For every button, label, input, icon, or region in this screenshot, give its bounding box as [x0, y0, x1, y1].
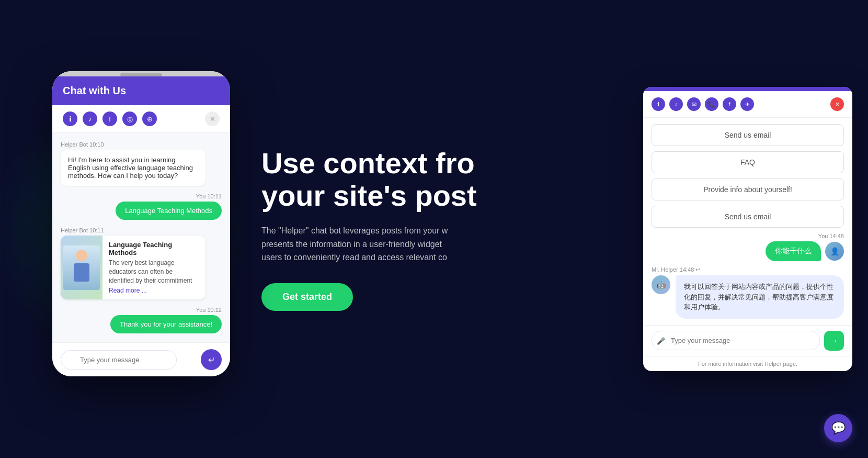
chat-input[interactable]: [61, 350, 177, 370]
widget-user-bubble: 你能干什么: [766, 241, 821, 261]
menu-btn-1[interactable]: Send us email: [652, 124, 844, 146]
widget-input[interactable]: [652, 331, 820, 350]
widget-top-bar: [643, 87, 852, 91]
widget-send-button[interactable]: →: [824, 331, 844, 351]
user-msg-1-bubble: Language Teaching Methods: [116, 202, 222, 220]
widget-bot-bubble: 我可以回答关于网站内容或产品的问题，提供个性化的回复，并解决常见问题，帮助提高客…: [676, 275, 844, 319]
main-layout: Chat with Us ℹ ♪ f ◎ ⊕ ✕ Helper Bot 10:1…: [0, 0, 868, 458]
chat-header: Chat with Us: [52, 76, 230, 105]
card-read-more[interactable]: Read more ...: [109, 287, 199, 294]
card-title: Language Teaching Methods: [109, 241, 199, 256]
menu-btn-3[interactable]: Provide info about yourself!: [652, 178, 844, 200]
phone-notch: [120, 73, 162, 76]
widget-email-icon[interactable]: ✉: [687, 97, 701, 111]
widget-telegram-icon[interactable]: ✈: [740, 97, 754, 111]
widget-mic-icon: 🎤: [657, 337, 665, 344]
main-description: The "Helper" chat bot leverages posts fr…: [261, 224, 460, 264]
bot-card-timestamp: Helper Bot 10:11: [61, 227, 222, 233]
widget-info-icon[interactable]: ℹ: [652, 97, 665, 111]
bot-msg-1-bubble: Hi! I'm here to assist you in learning E…: [61, 150, 205, 186]
phone-top-bar: [52, 71, 230, 76]
send-button[interactable]: ↵: [201, 349, 222, 370]
card-content: Language Teaching Methods The very best …: [102, 236, 205, 299]
bot-card-message: Helper Bot 10:11 Language Teaching Metho…: [61, 227, 222, 299]
widget-input-wrapper: 🎤: [652, 331, 820, 350]
menu-btn-4[interactable]: Send us email: [652, 206, 844, 228]
main-headline: Use context froyour site's post: [261, 147, 612, 211]
card-desc: The very best language educators can oft…: [109, 259, 199, 285]
input-wrapper: 🎤: [61, 350, 197, 370]
widget-user-timestamp: You 14:48: [818, 233, 844, 239]
chat-header-title: Chat with Us: [63, 85, 126, 97]
chat-body: Helper Bot 10:10 Hi! I'm here to assist …: [52, 133, 230, 342]
widget-close-icon[interactable]: ✕: [830, 97, 844, 111]
widget-facebook-icon[interactable]: f: [723, 97, 736, 111]
widget-input-row: 🎤 →: [643, 325, 852, 356]
widget-user-text: 你能干什么: [775, 247, 812, 256]
right-chat-widget: ℹ ♪ ✉ 📞 f ✈ ✕ Send us email FAQ Provide …: [643, 87, 852, 371]
widget-music-icon[interactable]: ♪: [669, 97, 683, 111]
bot-msg-1-timestamp: Helper Bot 10:10: [61, 141, 222, 148]
chat-input-row: 🎤 ↵: [52, 342, 230, 376]
headline-line1: Use context froyour site's post: [261, 147, 477, 212]
widget-user-avatar: 👤: [825, 242, 844, 261]
user-msg-2-bubble: Thank you for your assistance!: [110, 315, 222, 333]
card-image: [61, 236, 102, 299]
widget-bot-section: Mr. Helper 14:48 ↩ 🤖 我可以回答关于网站内容或产品的问题，提…: [652, 266, 844, 319]
get-started-button[interactable]: Get started: [261, 283, 353, 311]
info-icon[interactable]: ℹ: [63, 111, 77, 126]
widget-body: Send us email FAQ Provide info about you…: [643, 118, 852, 325]
card-person-image: [63, 245, 100, 290]
user-message-1: You 10:11 Language Teaching Methods: [61, 193, 222, 220]
widget-bot-avatar: 🤖: [652, 275, 670, 294]
facebook-icon[interactable]: f: [102, 111, 117, 126]
widget-bot-row: 🤖 我可以回答关于网站内容或产品的问题，提供个性化的回复，并解决常见问题，帮助提…: [652, 275, 844, 319]
music-icon[interactable]: ♪: [83, 111, 97, 126]
user-msg-1-timestamp: You 10:11: [196, 193, 222, 199]
card-message: Language Teaching Methods The very best …: [61, 236, 205, 299]
user-msg-2-timestamp: You 10:12: [196, 307, 222, 313]
user-message-2: You 10:12 Thank you for your assistance!: [61, 307, 222, 333]
close-icon[interactable]: ✕: [205, 111, 220, 126]
menu-btn-2[interactable]: FAQ: [652, 151, 844, 173]
record-icon[interactable]: ◎: [122, 111, 137, 126]
center-content: Use context froyour site's post The "Hel…: [230, 126, 643, 332]
add-icon[interactable]: ⊕: [142, 111, 157, 126]
widget-phone-icon[interactable]: 📞: [705, 97, 718, 111]
widget-icons-row: ℹ ♪ ✉ 📞 f ✈ ✕: [643, 91, 852, 118]
widget-bot-timestamp: Mr. Helper 14:48 ↩: [652, 266, 844, 273]
widget-footer: For more information visit Helper page.: [643, 356, 852, 371]
bot-message-1: Helper Bot 10:10 Hi! I'm here to assist …: [61, 141, 222, 186]
left-phone-mockup: Chat with Us ℹ ♪ f ◎ ⊕ ✕ Helper Bot 10:1…: [52, 71, 230, 376]
widget-user-msg: You 14:48 你能干什么 👤: [652, 233, 844, 261]
chat-icons-row: ℹ ♪ f ◎ ⊕ ✕: [52, 105, 230, 133]
